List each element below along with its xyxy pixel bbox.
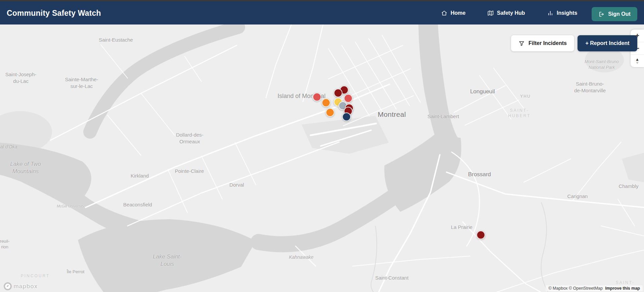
compass-needle-down-icon: ▼ — [635, 61, 639, 64]
incident-marker-red[interactable] — [313, 93, 321, 101]
map-tiles — [0, 25, 644, 292]
browser-edge-strip — [0, 0, 644, 1]
nav-insights-label: Insights — [557, 10, 577, 16]
nav-home-label: Home — [451, 10, 465, 16]
nav-item-safety-hub[interactable]: Safety Hub — [487, 10, 525, 16]
map-icon — [487, 10, 494, 16]
app-header: Community Safety Watch Home Safety Hub I… — [0, 1, 644, 25]
improve-map-link[interactable]: Improve this map — [605, 286, 640, 291]
incident-marker-dark-red[interactable] — [476, 231, 485, 239]
filter-icon — [518, 40, 525, 47]
sign-out-label: Sign Out — [608, 11, 631, 17]
mapbox-wordmark: mapbox — [13, 283, 38, 290]
app-title: Community Safety Watch — [7, 8, 101, 17]
sign-out-button[interactable]: Sign Out — [592, 7, 637, 21]
compass-button[interactable]: ▲ ▼ — [631, 55, 644, 67]
mapbox-logo-icon — [3, 282, 12, 291]
incident-marker-orange[interactable] — [326, 108, 334, 117]
incident-marker-orange[interactable] — [322, 98, 330, 107]
report-incident-label: + Report Incident — [585, 40, 629, 46]
nav-item-home[interactable]: Home — [441, 10, 465, 16]
sign-out-icon — [598, 11, 605, 17]
home-icon — [441, 10, 448, 16]
filter-incidents-button[interactable]: Filter Incidents — [511, 35, 574, 51]
mapbox-logo[interactable]: mapbox — [3, 282, 38, 291]
osm-copyright-link[interactable]: © OpenStreetMap — [569, 286, 603, 291]
incident-marker-dark-red[interactable] — [334, 89, 342, 97]
nav-item-insights[interactable]: Insights — [547, 10, 577, 16]
report-incident-button[interactable]: + Report Incident — [578, 35, 637, 51]
map-attribution: © Mapbox © OpenStreetMap Improve this ma… — [546, 285, 643, 291]
incident-marker-navy[interactable] — [342, 112, 351, 121]
bar-chart-icon — [547, 10, 554, 16]
nav-safety-hub-label: Safety Hub — [497, 10, 525, 16]
incident-marker-red[interactable] — [344, 94, 353, 103]
map-canvas[interactable]: Saint-EustacheSaint-Joseph- du-LacSainte… — [0, 25, 644, 292]
filter-incidents-label: Filter Incidents — [528, 40, 567, 46]
mapbox-copyright-link[interactable]: © Mapbox — [548, 286, 567, 291]
